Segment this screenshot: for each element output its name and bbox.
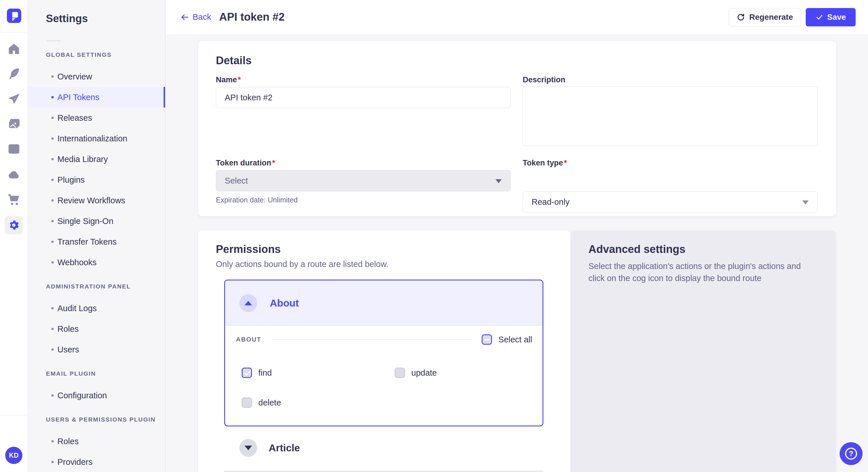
- sidebar-item-admin-roles[interactable]: Roles: [28, 318, 165, 339]
- sidebar-section-email-plugin: EMAIL PLUGIN: [28, 370, 165, 376]
- delete-label: delete: [258, 398, 281, 407]
- action-find: find: [242, 368, 395, 378]
- help-button[interactable]: ?: [840, 442, 863, 465]
- token-duration-label: Token duration*: [216, 159, 275, 167]
- sidebar-item-up-roles[interactable]: Roles: [28, 431, 165, 452]
- sidebar-item-label: Overview: [57, 72, 92, 81]
- feather-icon[interactable]: [7, 67, 20, 80]
- marketplace-cart-icon[interactable]: [7, 193, 20, 205]
- user-avatar[interactable]: KD: [5, 447, 22, 464]
- advanced-settings-heading: Advanced settings: [588, 243, 685, 256]
- settings-icon[interactable]: [5, 216, 23, 234]
- collapse-about-button[interactable]: [239, 294, 257, 312]
- sidebar-section-global-settings: GLOBAL SETTINGS: [28, 51, 165, 58]
- sidebar-item-api-tokens[interactable]: API Tokens: [28, 87, 165, 107]
- sidebar-item-admin-users[interactable]: Users: [28, 339, 165, 360]
- expiration-hint: Expiration date: Unlimited: [216, 196, 298, 204]
- bullet-dot: [51, 220, 54, 222]
- actions-grid: find update delete: [242, 368, 532, 408]
- sidebar-item-webhooks[interactable]: Webhooks: [28, 252, 165, 273]
- permissions-subtitle: Only actions bound by a route are listed…: [216, 260, 389, 269]
- sidebar-item-review-workflows[interactable]: Review Workflows: [28, 190, 165, 211]
- description-textarea[interactable]: [523, 86, 818, 146]
- article-accordion-header[interactable]: Article: [239, 439, 300, 457]
- sidebar-item-media-library[interactable]: Media Library: [28, 149, 165, 169]
- about-accordion-title: About: [270, 297, 299, 309]
- bullet-dot: [51, 348, 54, 351]
- about-accordion-body: ABOUT Select all find update: [225, 326, 542, 408]
- sidebar-item-email-configuration[interactable]: Configuration: [28, 385, 165, 406]
- strapi-admin-app: KD Settings GLOBAL SETTINGS Overview API…: [0, 0, 868, 472]
- bullet-dot: [51, 261, 54, 264]
- media-library-icon[interactable]: [7, 117, 20, 131]
- advanced-settings-panel: Advanced settings Select the application…: [571, 230, 836, 472]
- bullet-dot: [51, 241, 54, 243]
- sidebar-item-label: Transfer Tokens: [57, 237, 117, 247]
- chevron-down-icon: [245, 446, 252, 450]
- bullet-dot: [51, 461, 54, 463]
- sidebar-item-label: Webhooks: [57, 258, 97, 267]
- action-delete: delete: [242, 398, 395, 408]
- question-mark-icon: ?: [845, 448, 857, 460]
- sidebar-item-releases[interactable]: Releases: [28, 107, 165, 128]
- bullet-dot: [51, 158, 54, 160]
- sidebar-item-transfer-tokens[interactable]: Transfer Tokens: [28, 231, 165, 252]
- sidebar-item-up-providers[interactable]: Providers: [28, 452, 165, 472]
- sidebar-item-audit-logs[interactable]: Audit Logs: [28, 298, 165, 318]
- sidebar-menu: GLOBAL SETTINGS Overview API Tokens Rele…: [28, 51, 165, 472]
- sidebar-section-users-permissions-plugin: USERS & PERMISSIONS PLUGIN: [28, 416, 165, 423]
- chevron-up-icon: [245, 301, 252, 305]
- chevron-down-icon: [495, 179, 502, 183]
- permissions-card: Permissions Only actions bound by a rout…: [198, 230, 570, 472]
- sidebar-item-plugins[interactable]: Plugins: [28, 169, 165, 190]
- name-label: Name*: [216, 75, 241, 84]
- bullet-dot: [51, 117, 54, 119]
- sidebar-item-label: Audit Logs: [57, 304, 97, 313]
- sidebar-item-label: Media Library: [57, 155, 108, 164]
- sidebar-item-single-sign-on[interactable]: Single Sign-On: [28, 211, 165, 231]
- cloud-icon[interactable]: [7, 168, 20, 181]
- sidebar-item-internationalization[interactable]: Internationalization: [28, 128, 165, 149]
- bullet-dot: [51, 328, 54, 330]
- rail-divider-top: [0, 32, 28, 33]
- about-accordion: About ABOUT Select all find: [224, 279, 544, 427]
- action-update: update: [395, 368, 532, 378]
- sidebar-item-label: Releases: [57, 113, 92, 123]
- required-mark: *: [272, 159, 275, 167]
- expand-article-button[interactable]: [239, 439, 257, 457]
- name-input[interactable]: [216, 87, 510, 108]
- bullet-dot: [51, 179, 54, 181]
- token-duration-select[interactable]: Select: [216, 170, 510, 191]
- delete-checkbox[interactable]: [242, 398, 252, 408]
- about-section-row: ABOUT Select all: [236, 334, 532, 345]
- page-title: API token #2: [219, 11, 284, 23]
- send-icon[interactable]: [7, 92, 20, 105]
- regenerate-button[interactable]: Regenerate: [729, 8, 801, 26]
- bullet-dot: [51, 75, 54, 78]
- details-heading: Details: [216, 55, 252, 67]
- bullet-dot: [51, 440, 54, 442]
- strapi-logo[interactable]: [7, 9, 21, 23]
- sidebar-item-label: Plugins: [57, 175, 85, 185]
- update-label: update: [411, 368, 437, 378]
- permissions-heading: Permissions: [216, 243, 281, 256]
- sidebar-item-label: Review Workflows: [57, 196, 125, 205]
- sidebar-title-divider: [47, 40, 61, 41]
- token-type-select[interactable]: Read-only: [523, 191, 817, 212]
- chevron-down-icon: [802, 200, 809, 204]
- sidebar-item-overview[interactable]: Overview: [28, 66, 165, 87]
- find-checkbox[interactable]: [242, 368, 252, 378]
- content-manager-icon[interactable]: [7, 142, 20, 156]
- update-checkbox[interactable]: [395, 368, 405, 378]
- strapi-logo-icon: [7, 9, 21, 23]
- save-button[interactable]: Save: [806, 8, 856, 26]
- back-button[interactable]: Back: [180, 12, 211, 22]
- home-icon[interactable]: [7, 42, 20, 55]
- sidebar-item-label: Users: [57, 345, 79, 355]
- main-content: Back API token #2 Regenerate Save Detail…: [166, 0, 868, 472]
- header-actions: Regenerate Save: [729, 8, 856, 26]
- save-label: Save: [827, 12, 846, 22]
- select-all-checkbox[interactable]: [482, 334, 492, 345]
- about-accordion-header[interactable]: About: [225, 280, 542, 326]
- back-arrow-icon: [180, 12, 190, 22]
